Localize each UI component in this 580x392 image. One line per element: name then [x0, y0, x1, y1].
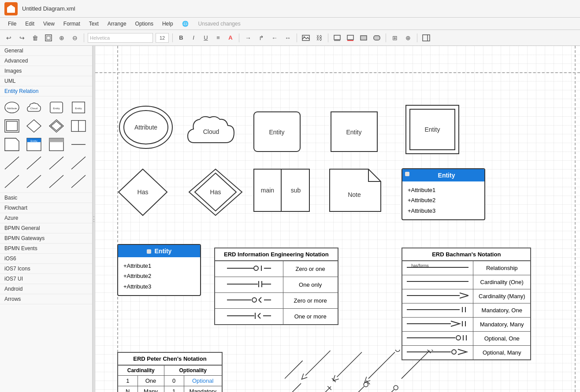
er-line8[interactable] [69, 173, 88, 190]
arrow-corner-button[interactable]: ↱ [256, 33, 267, 43]
sidebar-item-ios7-ui[interactable]: iOS7 UI [0, 274, 92, 284]
entity-attr-box-right[interactable]: Entity +Attribute1 +Attribute2 +Attribut… [402, 168, 485, 245]
image-button[interactable] [301, 33, 311, 43]
cloud-shape[interactable]: Cloud [186, 110, 238, 152]
split-entity[interactable]: mainsub [253, 168, 310, 212]
delete-button[interactable]: 🗑 [30, 33, 41, 43]
er-entity-shape[interactable]: Entity [69, 99, 88, 116]
svg-point-74 [252, 298, 257, 302]
svg-marker-28 [5, 138, 19, 151]
sidebar-item-images[interactable]: Images [0, 66, 92, 76]
svg-marker-25 [51, 121, 62, 130]
canvas[interactable]: Attribute Cloud Entity Entity Entity Has [95, 46, 580, 392]
er-entity-double-shape[interactable] [3, 118, 21, 134]
menu-arrange[interactable]: Arrange [104, 20, 130, 28]
zoom-in-button[interactable]: ⊕ [56, 33, 67, 43]
er-line7[interactable] [47, 173, 66, 190]
shape-rounded-button[interactable] [372, 33, 382, 43]
sidebar-item-ios7-icons[interactable]: iOS7 Icons [0, 264, 92, 274]
font-color-button[interactable]: A [226, 33, 235, 43]
link-button[interactable]: ⛓ [314, 33, 324, 43]
font-selector[interactable] [88, 33, 153, 43]
er-cloud-shape[interactable]: Cloud [25, 99, 43, 116]
entity-double-border[interactable]: Entity [404, 103, 461, 156]
er-entity-attr-shape[interactable]: Entity [25, 136, 43, 153]
menu-edit[interactable]: Edit [22, 20, 38, 28]
arrow-right-button[interactable]: → [243, 33, 253, 43]
align-button[interactable]: ≡ [213, 33, 223, 43]
sidebar-item-android[interactable]: Android [0, 284, 92, 294]
underline-button[interactable]: U [201, 33, 211, 43]
svg-rect-8 [347, 35, 353, 40]
entity-attr-box-left[interactable]: Entity +Attribute1 +Attribute2 +Attribut… [117, 244, 201, 317]
diamond-has-single[interactable]: Has [116, 167, 169, 218]
entity-rounded[interactable]: Entity [252, 110, 302, 154]
sidebar-item-bpmn-events[interactable]: BPMN Events [0, 244, 92, 254]
line-color-button[interactable] [345, 33, 356, 43]
svg-text:Entity: Entity [75, 107, 82, 110]
svg-line-38 [71, 157, 86, 169]
sidebar-item-entity-relation[interactable]: Entity Relation [0, 86, 92, 96]
svg-text:Entity: Entity [53, 107, 60, 110]
er-line2[interactable] [25, 155, 43, 171]
menu-bar: File Edit View Format Text Arrange Optio… [0, 18, 580, 30]
sidebar-item-uml[interactable]: UML [0, 76, 92, 86]
fit-page-button[interactable] [43, 33, 54, 43]
sidebar-item-arrows[interactable]: Arrows [0, 294, 92, 304]
dashed-line-top [95, 72, 580, 73]
redo-button[interactable]: ↪ [17, 33, 27, 43]
panel-button[interactable] [421, 33, 431, 43]
er-relationship-shape[interactable] [25, 118, 43, 134]
svg-rect-9 [347, 40, 353, 41]
sidebar-item-bpmn-gateways[interactable]: BPMN Gateways [0, 233, 92, 244]
erd-bachman-table: ERD Bachman's Notation has/forms Relatio… [402, 248, 531, 360]
svg-rect-2 [45, 35, 52, 41]
er-split-entity-shape[interactable] [69, 118, 88, 134]
menu-text[interactable]: Text [86, 20, 102, 28]
sidebar-item-general[interactable]: General [0, 46, 92, 56]
er-entity-rounded-shape[interactable]: Entity [47, 99, 66, 116]
er-line-shape[interactable] [69, 136, 88, 153]
svg-line-116 [336, 386, 364, 392]
er-entity-attr2-shape[interactable] [47, 136, 66, 153]
grid-button[interactable]: ⊞ [390, 33, 400, 43]
er-line6[interactable] [25, 173, 43, 190]
arrow-left-button[interactable]: ← [269, 33, 280, 43]
menu-format[interactable]: Format [60, 20, 84, 28]
font-size-input[interactable] [156, 33, 169, 43]
er-line4[interactable] [69, 155, 88, 171]
entity-square[interactable]: Entity [329, 110, 379, 154]
er-weak-relationship-shape[interactable] [47, 118, 66, 134]
note-shape[interactable]: Note [329, 168, 382, 212]
menu-view[interactable]: View [40, 20, 58, 28]
bold-button[interactable]: B [176, 33, 186, 43]
er-attribute-shape[interactable]: Attribute [3, 99, 21, 116]
sidebar-item-azure[interactable]: Azure [0, 213, 92, 223]
sidebar-item-ios6[interactable]: iOS6 [0, 254, 92, 264]
add-button[interactable]: ⊕ [403, 33, 413, 43]
menu-options[interactable]: Options [132, 20, 157, 28]
menu-help[interactable]: Help [159, 20, 177, 28]
er-line3[interactable] [47, 155, 66, 171]
menu-file[interactable]: File [4, 20, 20, 28]
attribute-ellipse[interactable]: Attribute [117, 103, 175, 152]
italic-button[interactable]: I [189, 33, 198, 43]
svg-line-81 [258, 316, 260, 318]
sidebar-item-advanced[interactable]: Advanced [0, 56, 92, 66]
fill-color-button[interactable] [332, 33, 342, 43]
sidebar-item-basic[interactable]: Basic [0, 193, 92, 203]
sidebar-item-flowchart[interactable]: Flowchart [0, 203, 92, 213]
sidebar-item-bpmn-general[interactable]: BPMN General [0, 223, 92, 233]
svg-line-100 [285, 361, 303, 386]
zoom-out-button[interactable]: ⊖ [70, 33, 80, 43]
menu-globe[interactable]: 🌐 [178, 20, 192, 28]
er-line5[interactable] [3, 173, 21, 190]
er-note-shape[interactable] [3, 136, 21, 153]
undo-button[interactable]: ↩ [4, 33, 14, 43]
ie-row-zero-or-one: Zero or one [215, 261, 338, 277]
arrow-both-button[interactable]: ↔ [283, 33, 293, 43]
diamond-has-double[interactable]: Has [187, 167, 244, 218]
er-line1[interactable] [3, 155, 21, 171]
dashed-line-left [117, 46, 118, 392]
shape-rect-button[interactable] [358, 33, 369, 43]
